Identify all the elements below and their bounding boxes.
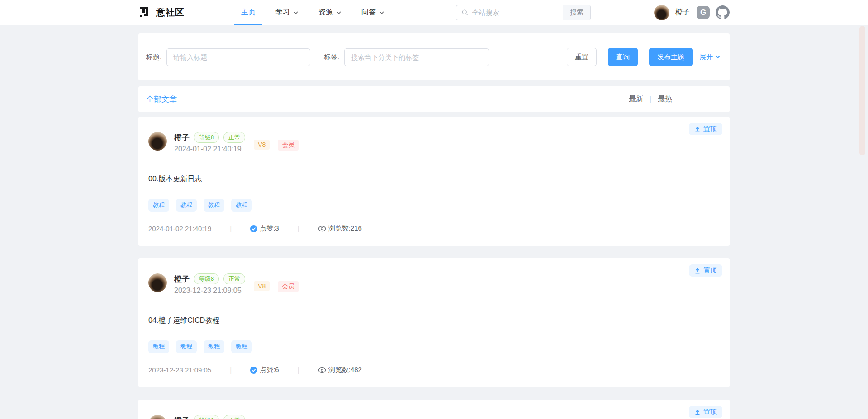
user-name: 橙子 (675, 8, 690, 17)
pin-to-top-button[interactable]: 置顶 (689, 406, 722, 418)
search-button[interactable]: 搜索 (563, 5, 590, 20)
nav-item-resources[interactable]: 资源 (308, 0, 351, 25)
post-footer: 2024-01-02 21:40:19 | 点赞:3 | 浏览数:216 (148, 224, 721, 233)
navbar: 意社区 主页 学习 资源 问答 (0, 0, 868, 25)
nav-menu: 主页 学习 资源 问答 (231, 0, 394, 25)
likes-stat: 点赞:6 (250, 366, 279, 374)
title-filter-group: 标题: (146, 48, 310, 66)
post-tag[interactable]: 教程 (148, 340, 169, 353)
pin-top-icon (694, 409, 701, 415)
post-tag[interactable]: 教程 (176, 199, 197, 212)
level-badge: 等级8 (194, 132, 219, 143)
membership-tags: V8 会员 (254, 281, 299, 292)
post-header: 橙子 等级8 正常 2023-12-23 21:09:05 V8 会员 (148, 273, 721, 295)
publish-topic-button[interactable]: 发布主题 (649, 48, 693, 66)
level-badge: 等级8 (194, 273, 219, 284)
github-icon[interactable] (716, 5, 730, 19)
likes-stat: 点赞:3 (250, 224, 279, 233)
sort-hottest[interactable]: 最热 (658, 94, 672, 104)
footer-divider: | (230, 366, 232, 374)
tag-filter-group: 标签: (324, 48, 489, 66)
nav-item-label: 问答 (361, 8, 376, 17)
footer-divider: | (298, 225, 299, 232)
site-search: 搜索 (456, 5, 591, 20)
tab-all-articles[interactable]: 全部文章 (146, 94, 177, 104)
status-badge: 正常 (223, 415, 245, 419)
level-badge: 等级8 (194, 415, 219, 419)
tag-filter-input[interactable] (344, 48, 489, 66)
expand-toggle[interactable]: 展开 (699, 53, 721, 61)
post-tag[interactable]: 教程 (176, 340, 197, 353)
avatar[interactable] (148, 132, 167, 151)
query-button[interactable]: 查询 (608, 48, 638, 66)
member-badge: 会员 (278, 140, 299, 151)
vip-badge: V8 (254, 140, 270, 150)
search-field[interactable] (456, 5, 563, 20)
title-filter-input[interactable] (166, 48, 310, 66)
post-list: 置顶 橙子 等级8 正常 2024-01-02 21:40:19 V8 会员 0… (138, 117, 730, 419)
post-card: 置顶 橙子 等级8 正常 2023-12-23 21:09:05 V8 会员 0… (138, 258, 730, 387)
sort-newest[interactable]: 最新 (629, 94, 643, 104)
pin-top-icon (694, 126, 701, 132)
vip-badge: V8 (254, 281, 270, 291)
title-filter-label: 标题: (146, 53, 161, 61)
post-title[interactable]: 04.橙子运维CICD教程 (148, 316, 219, 325)
reset-button[interactable]: 重置 (567, 48, 597, 66)
post-card: 置顶 橙子 等级8 正常 2024-01-02 21:40:19 V8 会员 0… (138, 117, 730, 246)
post-tag[interactable]: 教程 (204, 199, 224, 212)
sort-group: 最新 | 最热 (629, 94, 672, 104)
chevron-down-icon (379, 10, 384, 15)
author-info: 橙子 等级8 正常 2023-12-23 21:09:05 (174, 273, 245, 295)
nav-item-label: 学习 (275, 8, 290, 17)
avatar[interactable] (148, 415, 167, 419)
eye-icon (318, 367, 326, 373)
brand-name: 意社区 (156, 6, 185, 19)
post-header: 橙子 等级8 正常 2023-12-16 15:22:38 V8 会员 (148, 415, 721, 419)
membership-tags: V8 会员 (254, 140, 299, 151)
nav-item-label: 资源 (318, 8, 333, 17)
gitee-icon[interactable]: G (697, 6, 710, 19)
post-tag[interactable]: 教程 (231, 340, 252, 353)
post-title[interactable]: 00.版本更新日志 (148, 174, 202, 184)
sort-separator: | (650, 95, 651, 104)
member-badge: 会员 (278, 281, 299, 292)
author-name[interactable]: 橙子 (174, 415, 190, 419)
tag-filter-label: 标签: (324, 53, 339, 61)
eye-icon (318, 226, 326, 232)
brand[interactable]: 意社区 (138, 6, 185, 19)
author-info: 橙子 等级8 正常 2024-01-02 21:40:19 (174, 132, 245, 153)
list-header: 全部文章 最新 | 最热 (138, 86, 730, 112)
post-card: 置顶 橙子 等级8 正常 2023-12-16 15:22:38 V8 会员 (138, 400, 730, 419)
avatar[interactable] (654, 5, 669, 20)
pin-to-top-button[interactable]: 置顶 (689, 123, 722, 135)
filter-bar: 标题: 标签: 重置 查询 发布主题 展开 (138, 33, 730, 80)
search-icon (462, 9, 468, 16)
post-tag[interactable]: 教程 (148, 199, 169, 212)
likes-label: 点赞:3 (260, 224, 279, 233)
footer-timestamp: 2024-01-02 21:40:19 (148, 225, 211, 232)
post-footer: 2023-12-23 21:09:05 | 点赞:6 | 浏览数:482 (148, 366, 721, 374)
views-stat: 浏览数:216 (318, 224, 362, 233)
pin-label: 置顶 (703, 266, 717, 275)
views-label: 浏览数:216 (328, 224, 362, 233)
post-tag[interactable]: 教程 (204, 340, 224, 353)
nav-item-qa[interactable]: 问答 (351, 0, 394, 25)
author-info: 橙子 等级8 正常 2023-12-16 15:22:38 (174, 415, 245, 419)
avatar[interactable] (148, 273, 167, 292)
post-header: 橙子 等级8 正常 2024-01-02 21:40:19 V8 会员 (148, 132, 721, 153)
author-name[interactable]: 橙子 (174, 274, 190, 284)
author-name[interactable]: 橙子 (174, 132, 190, 143)
post-tags: 教程教程教程教程 (148, 199, 721, 212)
post-tag[interactable]: 教程 (231, 199, 252, 212)
chevron-down-icon (336, 10, 342, 15)
created-timestamp: 2024-01-02 21:40:19 (174, 145, 245, 153)
like-check-icon (250, 225, 257, 232)
pin-to-top-button[interactable]: 置顶 (689, 264, 722, 277)
footer-timestamp: 2023-12-23 21:09:05 (148, 366, 211, 374)
pin-label: 置顶 (703, 125, 717, 133)
scrollbar-thumb[interactable] (859, 26, 865, 155)
likes-label: 点赞:6 (260, 366, 279, 374)
nav-item-home[interactable]: 主页 (231, 0, 266, 25)
search-input[interactable] (472, 9, 557, 16)
nav-item-learn[interactable]: 学习 (266, 0, 308, 25)
